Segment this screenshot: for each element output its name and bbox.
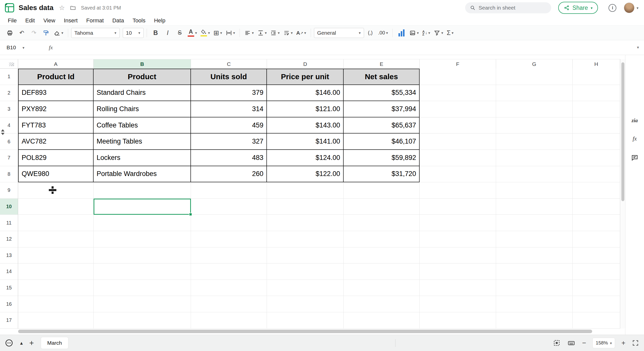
- cell-D17[interactable]: [267, 312, 344, 329]
- cell-D15[interactable]: [267, 280, 344, 296]
- fill-color-button[interactable]: ▾: [199, 27, 212, 38]
- share-button[interactable]: Share ▾: [558, 2, 598, 14]
- cell-C1[interactable]: Units sold: [191, 69, 267, 85]
- cell-C2[interactable]: 379: [191, 85, 267, 101]
- cell-E2[interactable]: $55,334: [344, 85, 420, 101]
- sheet-tab-march[interactable]: March: [41, 337, 68, 349]
- cell-A6[interactable]: AVC782: [18, 134, 94, 150]
- cell-A1[interactable]: Product Id: [18, 69, 94, 85]
- info-icon[interactable]: i: [609, 4, 616, 12]
- cell-D10[interactable]: [267, 199, 344, 215]
- vertical-scrollbar[interactable]: [620, 59, 625, 329]
- keyboard-shortcuts-icon[interactable]: [567, 339, 576, 347]
- cell-F8[interactable]: [420, 166, 496, 183]
- cell-E13[interactable]: [344, 247, 420, 264]
- cell-A4[interactable]: FYT783: [18, 117, 94, 134]
- cell-C12[interactable]: [191, 231, 267, 247]
- bold-button[interactable]: B: [150, 27, 162, 38]
- column-header-E[interactable]: E: [344, 59, 420, 69]
- cell-A14[interactable]: [18, 264, 94, 280]
- cell-E4[interactable]: $65,637: [344, 117, 420, 134]
- cell-E9[interactable]: [344, 182, 420, 199]
- cell-C13[interactable]: [191, 247, 267, 264]
- cell-D3[interactable]: $121.00: [267, 101, 344, 117]
- cell-B15[interactable]: [94, 280, 191, 296]
- functions-panel-icon[interactable]: fx: [633, 136, 637, 142]
- sort-button[interactable]: AZ ↓ ▾: [421, 27, 432, 38]
- name-box[interactable]: B10 ▾: [0, 45, 40, 51]
- text-rotation-button[interactable]: A↗ ▾: [295, 27, 307, 38]
- cell-D16[interactable]: [267, 296, 344, 312]
- menu-file[interactable]: File: [4, 17, 21, 24]
- formula-input[interactable]: [59, 40, 637, 55]
- cell-G16[interactable]: [496, 296, 573, 312]
- cell-G9[interactable]: [496, 182, 573, 199]
- italic-button[interactable]: I: [162, 27, 174, 38]
- cell-B2[interactable]: Standard Chairs: [94, 85, 191, 101]
- cell-H9[interactable]: [573, 182, 620, 199]
- decimal-format-button[interactable]: .00 ▾: [377, 27, 389, 38]
- insert-chart-button[interactable]: [396, 27, 407, 38]
- number-format-select[interactable]: General ▾: [314, 28, 364, 38]
- cell-C9[interactable]: [191, 182, 267, 199]
- borders-button[interactable]: ⊞ ▾: [212, 27, 224, 38]
- row-header-9[interactable]: 9: [0, 182, 18, 199]
- cell-H4[interactable]: [573, 117, 620, 134]
- cell-F7[interactable]: [420, 150, 496, 166]
- fullscreen-icon[interactable]: [632, 339, 639, 346]
- cell-B13[interactable]: [94, 247, 191, 264]
- cell-G2[interactable]: [496, 85, 573, 101]
- cell-G6[interactable]: [496, 134, 573, 150]
- cell-H11[interactable]: [573, 215, 620, 231]
- search-input[interactable]: Search in sheet: [465, 2, 551, 13]
- cell-H8[interactable]: [573, 166, 620, 183]
- cell-G1[interactable]: [496, 69, 573, 85]
- indent-button[interactable]: ▾: [269, 27, 281, 38]
- cell-A12[interactable]: [18, 231, 94, 247]
- document-title[interactable]: Sales data: [19, 4, 54, 12]
- cell-A17[interactable]: [18, 312, 94, 329]
- cell-B3[interactable]: Rolling Chairs: [94, 101, 191, 117]
- cell-D6[interactable]: $141.00: [267, 134, 344, 150]
- cell-D2[interactable]: $146.00: [267, 85, 344, 101]
- cell-A11[interactable]: [18, 215, 94, 231]
- cell-F2[interactable]: [420, 85, 496, 101]
- cell-H15[interactable]: [573, 280, 620, 296]
- cell-G8[interactable]: [496, 166, 573, 183]
- row-header-12[interactable]: 12: [0, 231, 18, 247]
- cell-D14[interactable]: [267, 264, 344, 280]
- cell-H1[interactable]: [573, 69, 620, 85]
- unhide-rows-button[interactable]: [1, 129, 5, 135]
- row-header-7[interactable]: 7: [0, 150, 18, 166]
- cell-C8[interactable]: 260: [191, 166, 267, 183]
- cell-F1[interactable]: [420, 69, 496, 85]
- horizontal-align-button[interactable]: ▾: [243, 27, 255, 38]
- cell-H14[interactable]: [573, 264, 620, 280]
- row-header-8[interactable]: 8: [0, 166, 18, 183]
- cell-E12[interactable]: [344, 231, 420, 247]
- cell-G13[interactable]: [496, 247, 573, 264]
- formula-bar-collapse-icon[interactable]: ▾: [637, 46, 639, 50]
- cell-G7[interactable]: [496, 150, 573, 166]
- cell-B10[interactable]: [94, 199, 191, 215]
- cell-F17[interactable]: [420, 312, 496, 329]
- cell-E16[interactable]: [344, 296, 420, 312]
- cell-G14[interactable]: [496, 264, 573, 280]
- undo-button[interactable]: ↶: [16, 27, 28, 38]
- cell-E6[interactable]: $46,107: [344, 134, 420, 150]
- cell-B7[interactable]: Lockers: [94, 150, 191, 166]
- print-button[interactable]: [4, 27, 16, 38]
- row-header-10[interactable]: 10: [0, 199, 18, 215]
- row-header-6[interactable]: 6: [0, 134, 18, 150]
- column-header-G[interactable]: G: [496, 59, 573, 69]
- cell-C14[interactable]: [191, 264, 267, 280]
- cell-C6[interactable]: 327: [191, 134, 267, 150]
- cell-A8[interactable]: QWE980: [18, 166, 94, 183]
- cell-F6[interactable]: [420, 134, 496, 150]
- cell-G17[interactable]: [496, 312, 573, 329]
- menu-data[interactable]: Data: [108, 17, 128, 24]
- cell-F11[interactable]: [420, 215, 496, 231]
- cell-D1[interactable]: Price per unit: [267, 69, 344, 85]
- cell-B4[interactable]: Coffee Tables: [94, 117, 191, 134]
- column-header-H[interactable]: H: [573, 59, 620, 69]
